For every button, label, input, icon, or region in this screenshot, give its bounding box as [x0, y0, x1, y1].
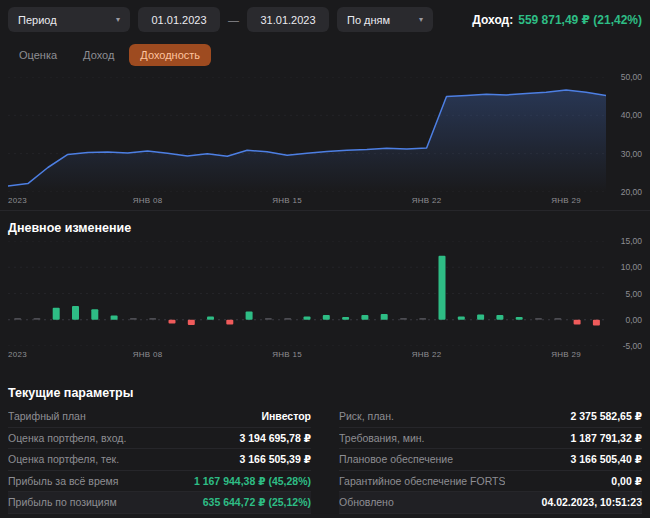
parameters-table: Тарифный планИнвесторОценка портфеля, вх…: [8, 406, 642, 514]
date-from-input[interactable]: 01.01.2023: [138, 7, 220, 32]
daily-change-bar: [284, 318, 291, 320]
section-divider: [0, 210, 650, 211]
x-axis-label: ЯНВ 29: [551, 350, 581, 359]
daily-change-bar: [554, 318, 561, 320]
y-axis-label: 40,00: [621, 110, 642, 120]
daily-change-title: Дневное изменение: [8, 221, 642, 235]
daily-change-bar: [419, 318, 426, 320]
parameter-row: Требования, мин.1 187 791,32 ₽: [339, 428, 642, 450]
income-label: Доход:: [472, 13, 513, 27]
returns-line-chart: 50,0040,0030,0020,00: [8, 77, 642, 192]
parameter-row: Прибыль за всё время1 167 944,38 ₽ (45,2…: [8, 471, 311, 493]
parameter-label: Требования, мин.: [339, 432, 425, 444]
daily-change-bar: [130, 318, 137, 320]
date-range-separator: —: [228, 14, 239, 26]
x-axis-label: ЯНВ 22: [412, 196, 442, 205]
daily-change-bar: [477, 315, 484, 320]
parameter-value: 0,00 ₽: [611, 475, 642, 487]
daily-change-bar: [207, 317, 214, 320]
x-axis-label: ЯНВ 15: [272, 350, 302, 359]
daily-change-bar-chart: 15,0010,005,000,00-5,00: [8, 241, 642, 346]
daily-change-bar: [169, 320, 176, 324]
x-axis-label: ЯНВ 22: [412, 350, 442, 359]
granularity-select-value: По дням: [347, 14, 390, 26]
bar-chart-y-axis: 15,0010,005,000,00-5,00: [612, 241, 642, 346]
parameter-label: Риск, план.: [339, 410, 394, 422]
parameter-row: Тарифный планИнвестор: [8, 406, 311, 428]
period-select[interactable]: Период ▾: [8, 7, 130, 32]
daily-change-bar: [516, 317, 523, 320]
daily-change-bar: [458, 317, 465, 320]
parameter-value: Инвестор: [261, 410, 311, 422]
income-value: 559 871,49 ₽ (21,42%): [518, 13, 642, 27]
daily-change-bar: [149, 318, 156, 320]
income-summary: Доход: 559 871,49 ₽ (21,42%): [472, 13, 642, 27]
daily-change-bar: [14, 318, 21, 320]
period-select-value: Период: [18, 14, 57, 26]
parameter-label: Оценка портфеля, тек.: [8, 453, 119, 465]
x-axis-label: ЯНВ 08: [133, 196, 163, 205]
daily-change-bar: [91, 309, 98, 320]
parameters-right-column: Риск, план.2 375 582,65 ₽Требования, мин…: [339, 406, 642, 514]
daily-change-bar: [323, 315, 330, 320]
parameter-value: 1 167 944,38 ₽ (45,28%): [194, 475, 311, 487]
daily-change-bar: [33, 318, 40, 320]
daily-change-bar: [535, 318, 542, 320]
daily-change-bar: [342, 317, 349, 320]
daily-change-bar: [72, 306, 79, 320]
y-axis-label: 0,00: [625, 315, 642, 325]
granularity-select[interactable]: По дням ▾: [337, 7, 433, 32]
parameter-row: Обновлено04.02.2023, 10:51:23: [339, 492, 642, 514]
y-axis-label: 15,00: [621, 236, 642, 246]
daily-change-bar: [246, 311, 253, 319]
parameter-row: Оценка портфеля, вход.3 194 695,78 ₽: [8, 428, 311, 450]
parameter-value: 3 194 695,78 ₽: [239, 432, 311, 444]
x-axis-label: ЯНВ 15: [272, 196, 302, 205]
parameter-label: Обновлено: [339, 496, 394, 508]
parameter-label: Гарантийное обеспечение FORTS: [339, 475, 505, 487]
line-chart-x-axis: 2023ЯНВ 08ЯНВ 15ЯНВ 22ЯНВ 29: [8, 192, 642, 208]
daily-change-bar: [593, 320, 600, 326]
x-axis-label: 2023: [8, 196, 27, 205]
daily-change-bar: [304, 317, 311, 320]
tab-otsenka[interactable]: Оценка: [8, 44, 68, 66]
bar-chart-x-axis: 2023ЯНВ 08ЯНВ 15ЯНВ 22ЯНВ 29: [8, 346, 642, 362]
parameter-label: Прибыль по позициям: [8, 496, 117, 508]
daily-change-bar: [265, 318, 272, 320]
daily-change-bar: [226, 320, 233, 325]
parameter-row: Прибыль по позициям635 644,72 ₽ (25,12%): [8, 492, 311, 514]
daily-change-bar: [574, 320, 581, 325]
date-to-input[interactable]: 31.01.2023: [247, 7, 329, 32]
chevron-down-icon: ▾: [419, 15, 423, 24]
parameter-label: Прибыль за всё время: [8, 475, 119, 487]
tab-dokhodnost[interactable]: Доходность: [129, 44, 211, 66]
x-axis-label: ЯНВ 29: [551, 196, 581, 205]
portfolio-analytics-screen: Период ▾ 01.01.2023 — 31.01.2023 По дням…: [0, 0, 650, 518]
tab-dokhod[interactable]: Доход: [72, 44, 125, 66]
parameter-value: 635 644,72 ₽ (25,12%): [203, 496, 311, 508]
parameter-value: 3 166 505,40 ₽: [570, 453, 642, 465]
daily-change-bar: [188, 320, 195, 325]
parameters-title: Текущие параметры: [8, 386, 642, 400]
daily-change-bar: [111, 316, 118, 320]
line-chart-canvas: [8, 77, 606, 192]
daily-change-bar: [361, 315, 368, 320]
y-axis-label: 30,00: [621, 149, 642, 159]
daily-change-bar: [53, 308, 60, 320]
daily-change-bar: [496, 315, 503, 320]
y-axis-label: 50,00: [621, 72, 642, 82]
parameter-label: Тарифный план: [8, 410, 86, 422]
parameter-row: Риск, план.2 375 582,65 ₽: [339, 406, 642, 428]
tabs: ОценкаДоходДоходность: [0, 39, 650, 71]
parameter-label: Оценка портфеля, вход.: [8, 432, 126, 444]
parameter-row: Гарантийное обеспечение FORTS0,00 ₽: [339, 471, 642, 493]
y-axis-label: 10,00: [621, 262, 642, 272]
daily-change-bar: [400, 318, 407, 320]
line-chart-y-axis: 50,0040,0030,0020,00: [612, 77, 642, 192]
parameter-value: 1 187 791,32 ₽: [570, 432, 642, 444]
parameter-row: Оценка портфеля, тек.3 166 505,39 ₽: [8, 449, 311, 471]
toolbar: Период ▾ 01.01.2023 — 31.01.2023 По дням…: [0, 0, 650, 39]
parameter-value: 3 166 505,39 ₽: [239, 453, 311, 465]
parameter-label: Плановое обеспечение: [339, 453, 453, 465]
parameter-row: Плановое обеспечение3 166 505,40 ₽: [339, 449, 642, 471]
